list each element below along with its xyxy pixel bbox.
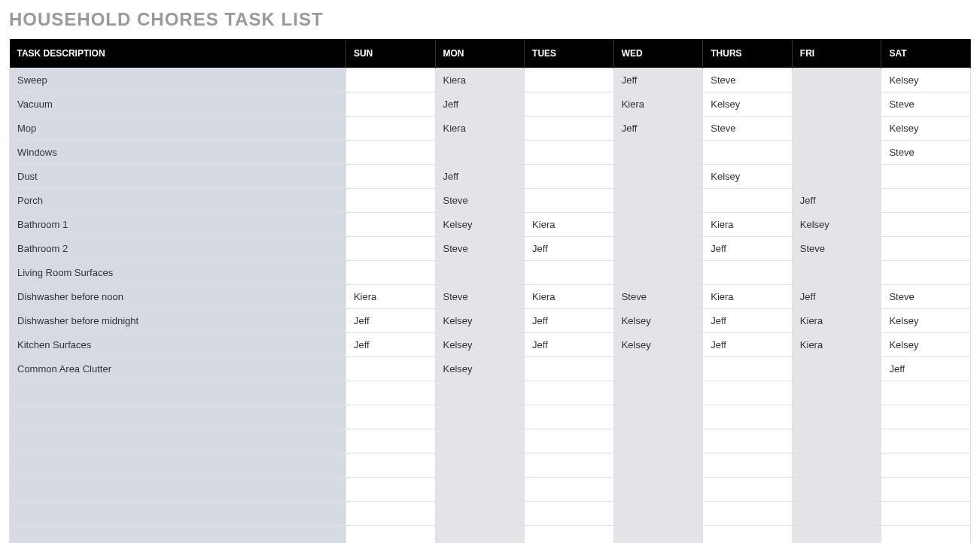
table-row: Bathroom 1KelseyKieraKieraKelsey	[10, 213, 971, 237]
day-cell-mon	[435, 141, 525, 165]
day-cell-tues	[525, 502, 614, 526]
col-header-sat: SAT	[881, 39, 971, 68]
task-cell: Windows	[10, 141, 346, 165]
day-cell-tues	[525, 165, 614, 189]
day-cell-mon: Kelsey	[435, 309, 525, 333]
day-cell-mon: Kelsey	[435, 333, 525, 357]
day-cell-mon: Jeff	[435, 165, 525, 189]
day-cell-mon	[435, 478, 525, 502]
day-cell-wed: Jeff	[613, 68, 703, 93]
chores-table: TASK DESCRIPTION SUN MON TUES WED THURS …	[9, 39, 971, 543]
day-cell-fri	[792, 526, 881, 544]
task-cell: Dishwasher before midnight	[10, 309, 346, 333]
day-cell-wed	[613, 141, 703, 165]
table-row	[10, 502, 971, 526]
day-cell-sat	[881, 261, 971, 285]
day-cell-fri: Kiera	[792, 309, 881, 333]
day-cell-sun	[345, 141, 435, 165]
day-cell-mon	[435, 429, 525, 454]
day-cell-wed	[613, 189, 703, 213]
day-cell-sun	[345, 189, 435, 213]
day-cell-sat: Kelsey	[881, 117, 971, 141]
day-cell-wed: Kiera	[613, 93, 703, 117]
table-row: Kitchen SurfacesJeffKelseyJeffKelseyJeff…	[10, 333, 971, 357]
col-header-fri: FRI	[792, 39, 881, 68]
col-header-sun: SUN	[345, 39, 435, 68]
table-row: DustJeffKelsey	[10, 165, 971, 189]
day-cell-wed: Kelsey	[613, 309, 703, 333]
day-cell-thurs	[703, 454, 793, 478]
day-cell-wed	[613, 165, 703, 189]
task-cell: Common Area Clutter	[10, 357, 346, 381]
task-cell	[10, 454, 346, 478]
day-cell-wed: Kelsey	[613, 333, 703, 357]
day-cell-sun	[345, 68, 435, 93]
day-cell-sat: Kelsey	[881, 309, 971, 333]
day-cell-mon: Kiera	[435, 68, 525, 93]
task-cell	[10, 429, 346, 454]
task-cell: Kitchen Surfaces	[10, 333, 346, 357]
day-cell-mon: Kelsey	[435, 213, 525, 237]
day-cell-mon: Jeff	[435, 93, 525, 117]
day-cell-tues	[525, 478, 614, 502]
table-row: PorchSteveJeff	[10, 189, 971, 213]
day-cell-thurs	[703, 405, 793, 429]
col-header-task: TASK DESCRIPTION	[10, 39, 346, 68]
day-cell-fri	[792, 381, 881, 405]
day-cell-sat	[881, 381, 971, 405]
table-row: MopKieraJeffSteveKelsey	[10, 117, 971, 141]
day-cell-wed	[613, 405, 703, 429]
day-cell-sat: Steve	[881, 141, 971, 165]
table-row: SweepKieraJeffSteveKelsey	[10, 68, 971, 93]
col-header-tues: TUES	[525, 39, 614, 68]
task-cell	[10, 502, 346, 526]
day-cell-sat	[881, 165, 971, 189]
day-cell-sun	[345, 237, 435, 261]
day-cell-sat	[881, 526, 971, 544]
day-cell-wed	[613, 478, 703, 502]
day-cell-thurs	[703, 478, 793, 502]
day-cell-fri	[792, 502, 881, 526]
day-cell-thurs	[703, 502, 793, 526]
day-cell-sat: Jeff	[881, 357, 971, 381]
day-cell-thurs: Kelsey	[703, 93, 793, 117]
table-row: Common Area ClutterKelseyJeff	[10, 357, 971, 381]
day-cell-mon: Kelsey	[435, 357, 525, 381]
day-cell-mon	[435, 502, 525, 526]
table-body: SweepKieraJeffSteveKelseyVacuumJeffKiera…	[10, 68, 971, 544]
day-cell-tues	[525, 526, 614, 544]
day-cell-sat	[881, 189, 971, 213]
day-cell-thurs	[703, 381, 793, 405]
day-cell-sun: Kiera	[345, 285, 435, 309]
day-cell-thurs: Jeff	[703, 237, 793, 261]
task-cell	[10, 381, 346, 405]
day-cell-thurs: Jeff	[703, 333, 793, 357]
table-row	[10, 454, 971, 478]
task-cell: Sweep	[10, 68, 346, 93]
table-row	[10, 526, 971, 544]
day-cell-sun	[345, 478, 435, 502]
day-cell-sun	[345, 93, 435, 117]
day-cell-tues: Jeff	[525, 333, 614, 357]
col-header-thurs: THURS	[703, 39, 793, 68]
day-cell-tues	[525, 454, 614, 478]
day-cell-sun	[345, 405, 435, 429]
day-cell-tues	[525, 68, 614, 93]
page-title: HOUSEHOLD CHORES TASK LIST	[9, 9, 971, 30]
table-row	[10, 429, 971, 454]
table-row: Dishwasher before noonKieraSteveKieraSte…	[10, 285, 971, 309]
task-cell: Porch	[10, 189, 346, 213]
day-cell-sun: Jeff	[345, 333, 435, 357]
day-cell-mon: Steve	[435, 285, 525, 309]
day-cell-fri: Jeff	[792, 285, 881, 309]
day-cell-thurs: Steve	[703, 117, 793, 141]
day-cell-tues	[525, 141, 614, 165]
day-cell-wed: Steve	[613, 285, 703, 309]
day-cell-fri: Kelsey	[792, 213, 881, 237]
day-cell-wed	[613, 237, 703, 261]
day-cell-sun	[345, 429, 435, 454]
day-cell-fri	[792, 357, 881, 381]
day-cell-thurs	[703, 261, 793, 285]
day-cell-fri: Kiera	[792, 333, 881, 357]
day-cell-fri	[792, 478, 881, 502]
